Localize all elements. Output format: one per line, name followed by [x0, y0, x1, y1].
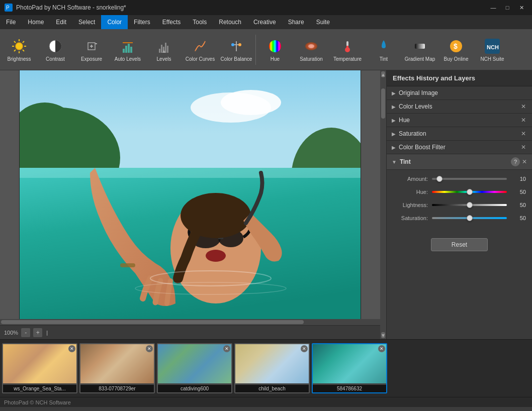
slider-row-saturation: Saturation: 50 [393, 214, 526, 222]
thumb-close-child-beach[interactable]: ✕ [301, 345, 308, 352]
slider-thumb-amount[interactable] [436, 176, 442, 182]
slider-wrap-saturation [432, 214, 507, 222]
titlebar-left: P PhotoPad by NCH Software - snorkeling* [4, 3, 126, 12]
menu-item-home[interactable]: Home [22, 15, 50, 29]
slider-track-hue[interactable] [432, 191, 507, 193]
toolbar-colorbalance[interactable]: Color Balance [218, 31, 254, 68]
effect-row-colorboost[interactable]: ▶ Color Boost Filter ✕ [387, 141, 532, 154]
svg-rect-38 [415, 44, 425, 49]
slider-row-lightness: Lightness: 50 [393, 201, 526, 209]
close-button[interactable]: ✕ [515, 3, 528, 13]
canvas-area: 100% - + | [0, 70, 380, 339]
reset-button[interactable]: Reset [431, 238, 488, 251]
menu-item-select[interactable]: Select [72, 15, 101, 29]
slider-track-amount[interactable] [432, 178, 507, 180]
maximize-button[interactable]: □ [501, 3, 514, 13]
levels-label: Levels [157, 56, 171, 62]
menu-item-creative[interactable]: Creative [247, 15, 282, 29]
effect-row-hue[interactable]: ▶ Hue ✕ [387, 114, 532, 127]
slider-value-amount: 10 [511, 176, 526, 182]
thumb-name-orange-sea: ws_Orange_Sea_Sta... [3, 385, 76, 392]
effect-close-button[interactable]: ✕ [520, 130, 527, 137]
svg-rect-17 [125, 46, 127, 53]
effect-chevron-icon: ▶ [392, 145, 396, 150]
scroll-down-arrow[interactable]: ▼ [381, 332, 385, 338]
tint-header[interactable]: ▼ Tint ? ✕ [387, 154, 532, 170]
menu-item-effects[interactable]: Effects [156, 15, 187, 29]
slider-track-saturation[interactable] [432, 217, 507, 219]
toolbar-brightness[interactable]: Brightness [1, 31, 37, 68]
slider-value-lightness: 50 [511, 202, 526, 208]
effect-label: Saturation [399, 130, 520, 137]
menu-item-retouch[interactable]: Retouch [213, 15, 247, 29]
effect-row-original[interactable]: ▶ Original Image [387, 86, 532, 100]
thumb-name-portrait: 833-07708729er [80, 385, 154, 392]
svg-point-31 [238, 43, 241, 46]
toolbar-hue[interactable]: Hue [257, 31, 293, 68]
filmstrip-thumb-catdiving[interactable]: catdiving600 ✕ [157, 343, 232, 393]
thumb-preview-catdiving [158, 344, 231, 383]
thumb-preview-child-beach [235, 344, 309, 383]
slider-track-lightness[interactable] [432, 204, 507, 206]
effect-label: Hue [399, 117, 520, 124]
zoom-out-button[interactable]: - [21, 328, 30, 337]
app-title: PhotoPad by NCH Software - snorkeling* [16, 4, 126, 11]
svg-rect-59 [120, 263, 135, 267]
filmstrip-thumb-child-beach[interactable]: child_beach ✕ [234, 343, 310, 393]
horizontal-scroll-thumb[interactable] [1, 320, 304, 324]
thumb-close-snorkel[interactable]: ✕ [378, 345, 385, 352]
main-area: 100% - + | ▲ ▼ Effects History and Layer… [0, 70, 532, 339]
effect-row-saturation[interactable]: ▶ Saturation ✕ [387, 127, 532, 141]
scroll-thumb[interactable] [381, 88, 385, 119]
temperature-label: Temperature [333, 56, 362, 62]
effect-close-button[interactable]: ✕ [520, 144, 527, 151]
thumb-name-catdiving: catdiving600 [158, 385, 231, 392]
menu-item-tools[interactable]: Tools [187, 15, 213, 29]
effect-close-button[interactable]: ✕ [520, 103, 527, 110]
vertical-scrollbar[interactable]: ▲ ▼ [380, 70, 386, 339]
canvas-scroll [0, 70, 380, 319]
effect-close-button[interactable]: ✕ [520, 117, 527, 124]
toolbar-saturation[interactable]: Saturation [293, 31, 329, 68]
tint-controls: Amount: 10 Hue: 50 Lightness: 50 Saturat… [387, 170, 532, 232]
menu-item-file[interactable]: File [0, 15, 22, 29]
zoom-in-button[interactable]: + [33, 328, 42, 337]
filmstrip-thumb-orange-sea[interactable]: ws_Orange_Sea_Sta... ✕ [2, 343, 77, 393]
minimize-button[interactable]: — [487, 3, 500, 13]
slider-thumb-lightness[interactable] [467, 202, 473, 208]
menu-item-color[interactable]: Color [101, 15, 128, 29]
menu-item-edit[interactable]: Edit [50, 15, 72, 29]
svg-point-56 [206, 250, 226, 262]
status-text: PhotoPad © NCH Software [4, 399, 71, 405]
thumb-close-orange-sea[interactable]: ✕ [68, 345, 75, 352]
thumb-close-catdiving[interactable]: ✕ [223, 345, 230, 352]
slider-row-hue: Hue: 50 [393, 188, 526, 196]
tint-close-button[interactable]: ✕ [522, 158, 527, 165]
contrast-icon [46, 37, 64, 55]
tint-help-button[interactable]: ? [511, 157, 520, 166]
menu-item-suite[interactable]: Suite [310, 15, 336, 29]
toolbar-autolevels[interactable]: Auto Levels [110, 31, 146, 68]
menu-item-share[interactable]: Share [282, 15, 310, 29]
titlebar-controls[interactable]: — □ ✕ [487, 3, 528, 13]
svg-rect-22 [161, 45, 162, 53]
slider-thumb-saturation[interactable] [467, 215, 473, 221]
horizontal-scrollbar[interactable] [0, 319, 380, 325]
toolbar-buyonline[interactable]: $Buy Online [438, 31, 474, 68]
toolbar-levels[interactable]: Levels [146, 31, 182, 68]
menu-item-filters[interactable]: Filters [128, 15, 156, 29]
slider-thumb-hue[interactable] [467, 189, 473, 195]
filmstrip-thumb-portrait[interactable]: 833-07708729er ✕ [79, 343, 155, 393]
toolbar-colorcurves[interactable]: Color Curves [182, 31, 218, 68]
effect-chevron-icon: ▶ [392, 104, 396, 110]
toolbar-gradientmap[interactable]: Gradient Map [402, 31, 438, 68]
toolbar-exposure[interactable]: Exposure [73, 31, 110, 68]
scroll-up-arrow[interactable]: ▲ [381, 71, 385, 77]
toolbar-tint[interactable]: Tint [366, 31, 402, 68]
thumb-close-portrait[interactable]: ✕ [146, 345, 153, 352]
toolbar-nchsuite[interactable]: NCHNCH Suite [474, 31, 510, 68]
effect-row-colorlevels[interactable]: ▶ Color Levels ✕ [387, 100, 532, 114]
filmstrip-thumb-snorkel[interactable]: 584786632 ✕ [312, 343, 387, 393]
toolbar-temperature[interactable]: Temperature [329, 31, 366, 68]
toolbar-contrast[interactable]: Contrast [37, 31, 73, 68]
